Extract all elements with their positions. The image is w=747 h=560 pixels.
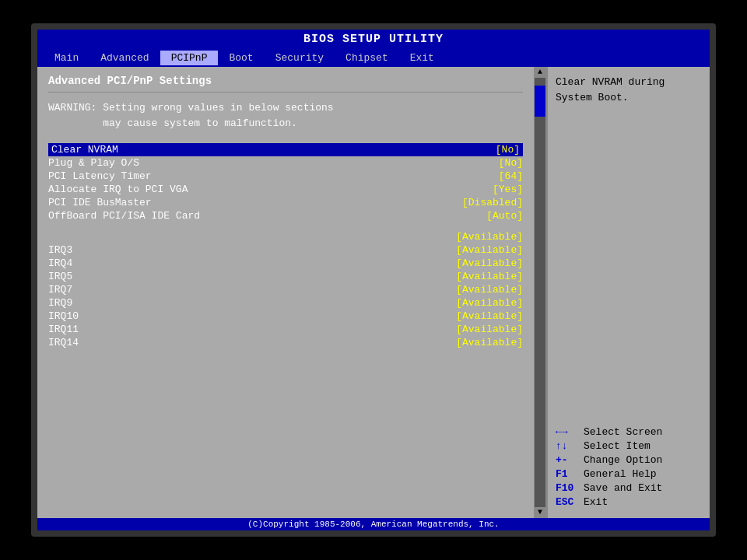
key-desc: Select Item xyxy=(584,440,651,452)
menu-main[interactable]: Main xyxy=(44,51,89,65)
key-desc: General Help xyxy=(584,468,657,480)
key-desc: Save and Exit xyxy=(584,482,662,494)
setting-label: IRQ7 xyxy=(48,284,134,296)
scroll-up-arrow[interactable]: ▲ xyxy=(535,67,545,78)
setting-label: PCI IDE BusMaster xyxy=(48,197,152,208)
setting-label: IRQ14 xyxy=(48,337,134,348)
key-desc: Select Screen xyxy=(584,426,662,438)
key-row-save-exit: F10 Save and Exit xyxy=(556,482,702,494)
key-row-exit: ESC Exit xyxy=(556,496,702,508)
setting-label: IRQ9 xyxy=(48,297,134,309)
scrollbar[interactable]: ▲ ▼ xyxy=(534,67,546,518)
setting-label: Plug & Play O/S xyxy=(48,157,139,169)
setting-row-irq5[interactable]: IRQ5 [Available] xyxy=(48,270,523,283)
setting-row-pci-latency[interactable]: PCI Latency Timer [64] xyxy=(48,170,523,183)
setting-label: IRQ10 xyxy=(48,310,134,322)
key-legend: ←→ Select Screen ↑↓ Select Item +- Chang… xyxy=(556,426,702,510)
setting-label: IRQ4 xyxy=(48,257,134,269)
key-sym: F1 xyxy=(556,468,579,480)
setting-value: [Available] xyxy=(456,324,523,335)
setting-label: PCI Latency Timer xyxy=(48,170,152,182)
content-area: Advanced PCI/PnP Settings WARNING: Setti… xyxy=(37,67,710,518)
footer-text: (C)Copyright 1985-2006, American Megatre… xyxy=(247,520,499,529)
menu-chipset[interactable]: Chipset xyxy=(335,51,399,65)
setting-row-irq11[interactable]: IRQ11 [Available] xyxy=(48,323,523,336)
footer-bar: (C)Copyright 1985-2006, American Megatre… xyxy=(37,518,710,530)
menu-security[interactable]: Security xyxy=(265,51,335,65)
key-desc: Exit xyxy=(584,496,608,508)
title-bar: BIOS SETUP UTILITY xyxy=(37,30,710,49)
setting-row-irq7[interactable]: IRQ7 [Available] xyxy=(48,283,523,296)
setting-value: [Available] xyxy=(456,337,523,348)
bios-title: BIOS SETUP UTILITY xyxy=(303,33,444,46)
setting-label: Clear NVRAM xyxy=(51,144,118,156)
key-sym: ←→ xyxy=(556,426,579,438)
right-panel: Clear NVRAM during System Boot. ←→ Selec… xyxy=(546,67,710,518)
setting-row-irq14[interactable]: IRQ14 [Available] xyxy=(48,336,523,349)
key-sym: ↑↓ xyxy=(556,440,579,452)
setting-label: OffBoard PCI/ISA IDE Card xyxy=(48,210,200,222)
setting-value: [Available] xyxy=(456,284,523,296)
setting-value: [No] xyxy=(499,157,523,169)
menu-bar: Main Advanced PCIPnP Boot Security Chips… xyxy=(37,49,710,67)
setting-row-irq9[interactable]: IRQ9 [Available] xyxy=(48,296,523,310)
key-sym: +- xyxy=(556,454,579,466)
setting-value: [Available] xyxy=(456,297,523,309)
settings-list: Clear NVRAM [No] Plug & Play O/S [No] PC… xyxy=(48,143,523,349)
setting-row-irq-blank: [Available] xyxy=(48,230,523,243)
setting-label: Allocate IRQ to PCI VGA xyxy=(48,184,188,195)
key-row-change-option: +- Change Option xyxy=(556,454,702,466)
setting-row-plug-play[interactable]: Plug & Play O/S [No] xyxy=(48,156,523,170)
key-sym: F10 xyxy=(556,482,579,494)
setting-value: [Disabled] xyxy=(462,197,523,208)
monitor: BIOS SETUP UTILITY Main Advanced PCIPnP … xyxy=(31,23,716,537)
key-row-general-help: F1 General Help xyxy=(556,468,702,480)
key-row-select-screen: ←→ Select Screen xyxy=(556,426,702,438)
setting-value: [64] xyxy=(499,170,523,182)
scroll-track xyxy=(535,78,545,507)
setting-value: [Auto] xyxy=(486,210,523,222)
setting-value: [No] xyxy=(496,144,520,156)
setting-label: IRQ11 xyxy=(48,324,134,335)
scroll-thumb xyxy=(535,86,545,117)
setting-row-offboard[interactable]: OffBoard PCI/ISA IDE Card [Auto] xyxy=(48,209,523,222)
setting-label: IRQ3 xyxy=(48,244,134,256)
irq-blank-value: [Available] xyxy=(456,231,523,243)
key-sym: ESC xyxy=(556,496,579,508)
spacer xyxy=(48,222,523,230)
setting-value: [Available] xyxy=(456,271,523,282)
setting-value: [Yes] xyxy=(493,184,523,195)
warning-text: WARNING: Setting wrong values in below s… xyxy=(48,100,523,131)
menu-advanced[interactable]: Advanced xyxy=(89,51,160,65)
menu-exit[interactable]: Exit xyxy=(399,51,445,65)
setting-row-pci-ide[interactable]: PCI IDE BusMaster [Disabled] xyxy=(48,196,523,209)
setting-row-alloc-irq[interactable]: Allocate IRQ to PCI VGA [Yes] xyxy=(48,183,523,196)
menu-pcipnp[interactable]: PCIPnP xyxy=(160,51,219,65)
setting-label: IRQ5 xyxy=(48,271,134,282)
setting-value: [Available] xyxy=(456,244,523,256)
divider xyxy=(48,92,523,93)
setting-row-irq4[interactable]: IRQ4 [Available] xyxy=(48,257,523,270)
scroll-down-arrow[interactable]: ▼ xyxy=(535,507,545,518)
help-text: Clear NVRAM during System Boot. xyxy=(556,75,702,105)
panel-title: Advanced PCI/PnP Settings xyxy=(48,75,523,87)
setting-row-irq3[interactable]: IRQ3 [Available] xyxy=(48,243,523,257)
key-row-select-item: ↑↓ Select Item xyxy=(556,440,702,452)
key-desc: Change Option xyxy=(584,454,662,466)
main-panel: Advanced PCI/PnP Settings WARNING: Setti… xyxy=(37,67,534,518)
setting-value: [Available] xyxy=(456,257,523,269)
setting-row-clear-nvram[interactable]: Clear NVRAM [No] xyxy=(48,143,523,156)
menu-boot[interactable]: Boot xyxy=(218,51,264,65)
setting-row-irq10[interactable]: IRQ10 [Available] xyxy=(48,310,523,323)
setting-value: [Available] xyxy=(456,310,523,322)
bios-screen: BIOS SETUP UTILITY Main Advanced PCIPnP … xyxy=(37,30,710,530)
